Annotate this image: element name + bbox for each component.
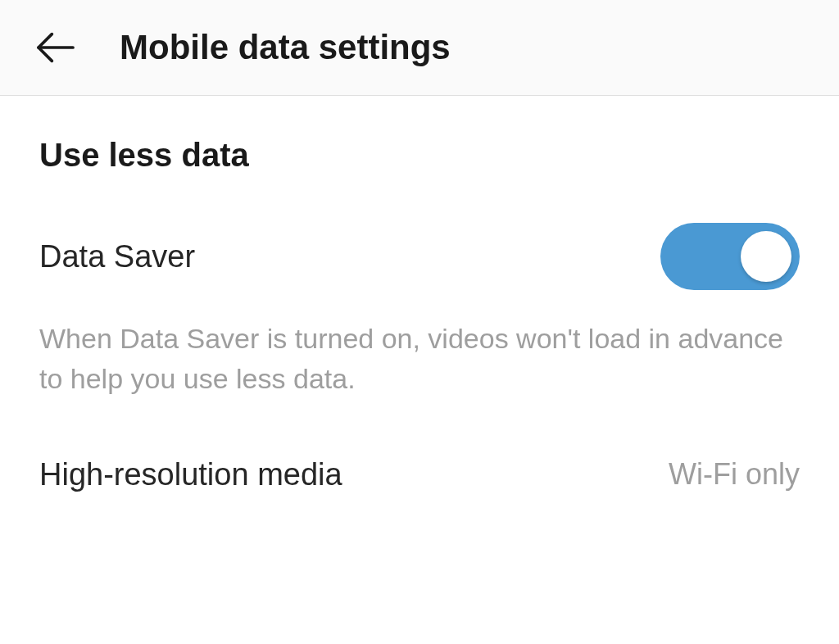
high-res-media-row[interactable]: High-resolution media Wi-Fi only — [39, 457, 800, 492]
page-title: Mobile data settings — [120, 28, 451, 67]
data-saver-toggle[interactable] — [660, 223, 800, 290]
content-area: Use less data Data Saver When Data Saver… — [0, 96, 839, 533]
back-arrow-icon[interactable] — [33, 25, 79, 70]
data-saver-row: Data Saver — [39, 223, 800, 290]
toggle-knob — [741, 231, 791, 282]
data-saver-description: When Data Saver is turned on, videos won… — [39, 319, 800, 400]
section-heading: Use less data — [39, 137, 800, 174]
high-res-media-label: High-resolution media — [39, 457, 342, 492]
high-res-media-value: Wi-Fi only — [669, 457, 800, 492]
data-saver-label: Data Saver — [39, 239, 195, 274]
header-bar: Mobile data settings — [0, 0, 839, 96]
